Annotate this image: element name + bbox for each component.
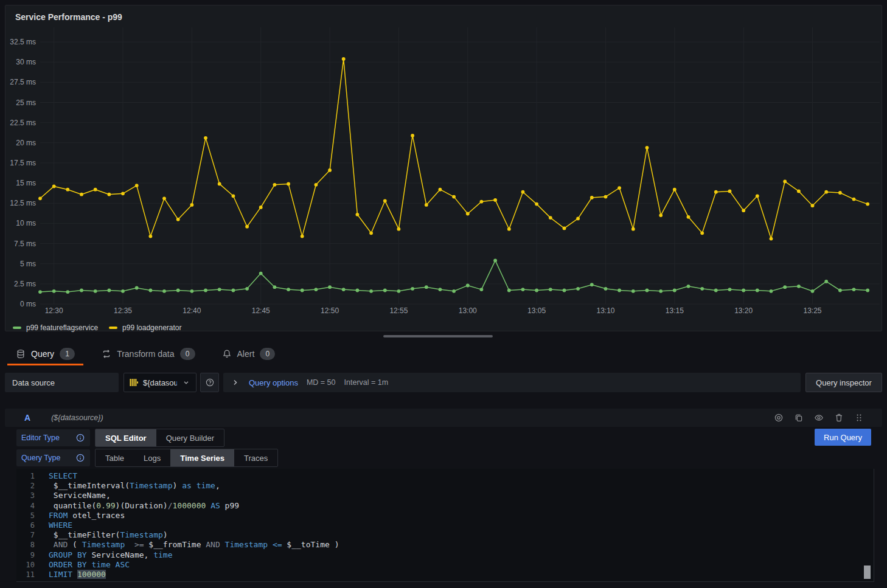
query-row-header: A (${datasource}) [5,409,882,427]
legend-item[interactable]: p99 loadgenerator [109,323,181,332]
code-line[interactable]: 7$__timeFilter(Timestamp) [16,530,874,540]
tab-alert[interactable]: Alert0 [214,344,284,365]
svg-text:12:55: 12:55 [389,306,408,315]
code-line[interactable]: 2$__timeInterval(Timestamp) as time, [16,481,874,491]
editor-type-option-query-builder[interactable]: Query Builder [156,429,224,446]
svg-text:12.5 ms: 12.5 ms [10,199,36,207]
svg-text:13:05: 13:05 [527,306,546,315]
svg-text:5 ms: 5 ms [20,260,36,268]
legend-item[interactable]: p99 featureflagservice [13,323,98,332]
tab-count-badge: 0 [180,348,195,360]
panel-title: Service Performance - p99 [15,12,122,22]
chevron-right-icon [231,378,240,387]
copy-icon[interactable] [794,413,804,423]
database-icon [16,349,26,359]
trash-icon[interactable] [834,413,844,423]
tab-label: Transform data [117,349,174,359]
svg-text:12:35: 12:35 [114,306,132,315]
svg-text:2.5 ms: 2.5 ms [14,280,36,288]
query-type-group: TableLogsTime SeriesTraces [95,449,278,467]
query-type-option-logs[interactable]: Logs [134,449,170,466]
code-line[interactable]: 1SELECT [16,471,874,481]
code-line[interactable]: 5FROM otel_traces [16,511,874,521]
code-line[interactable]: 6WHERE [16,521,874,530]
svg-text:13:10: 13:10 [596,306,614,315]
svg-text:15 ms: 15 ms [16,179,36,187]
sql-code-editor[interactable]: 1SELECT2$__timeInterval(Timestamp) as ti… [16,469,874,582]
eye-icon[interactable] [814,413,824,423]
info-circle-icon[interactable] [75,453,85,463]
editor-scrollbar-thumb[interactable] [864,566,871,579]
tab-query[interactable]: Query1 [7,344,83,365]
code-line[interactable]: 11LIMIT 100000 [16,570,874,579]
tab-count-badge: 1 [60,348,75,360]
line-number: 3 [16,491,35,500]
line-number: 5 [16,511,35,521]
query-type-option-time-series[interactable]: Time Series [170,449,234,466]
run-query-button[interactable]: Run Query [815,429,871,446]
info-circle-icon[interactable] [75,433,85,443]
query-ref-id[interactable]: A [24,413,30,423]
svg-text:0 ms: 0 ms [20,300,36,308]
line-number: 10 [16,560,35,570]
line-number: 8 [16,540,35,550]
query-datasource-hint: (${datasource}) [51,413,103,422]
svg-text:12:45: 12:45 [252,306,270,315]
svg-text:10 ms: 10 ms [16,219,36,227]
code-line[interactable]: 9GROUP BY ServiceName, time [16,550,874,560]
query-inspector-button[interactable]: Query inspector [805,373,882,392]
code-line[interactable]: 4quantile(0.99)(Duration)/1000000 AS p99 [16,501,874,511]
datasource-value: ${datasource} [143,378,177,387]
line-number: 6 [16,521,35,530]
svg-text:30 ms: 30 ms [16,58,36,66]
code-line[interactable]: 8AND ( Timestamp >= $__fromTime AND Time… [16,540,874,550]
svg-text:13:25: 13:25 [804,306,822,315]
line-number: 11 [16,570,35,579]
svg-text:13:15: 13:15 [666,306,684,315]
editor-type-row: Editor Type SQL EditorQuery Builder [16,429,224,447]
horizontal-scrollbar[interactable] [383,335,493,337]
timeseries-chart[interactable]: 0 ms2.5 ms5 ms7.5 ms10 ms12.5 ms15 ms17.… [5,5,883,332]
code-line[interactable]: 10ORDER BY time ASC [16,560,874,570]
transform-icon [102,349,111,359]
code-line[interactable]: 3ServiceName, [16,491,874,500]
query-type-chip: Query Type [16,449,90,466]
line-number: 7 [16,530,35,540]
editor-type-group: SQL EditorQuery Builder [95,429,224,447]
editor-type-chip: Editor Type [16,429,90,446]
svg-text:27.5 ms: 27.5 ms [10,78,36,86]
clickhouse-datasource-icon [129,378,139,387]
legend-series-label: p99 loadgenerator [122,323,181,332]
tab-count-badge: 0 [260,348,275,360]
line-number: 4 [16,501,35,511]
svg-text:13:00: 13:00 [459,306,477,315]
query-type-label: Query Type [21,454,75,462]
query-type-option-traces[interactable]: Traces [234,449,277,466]
tab-transform-data[interactable]: Transform data0 [93,344,203,365]
query-options-interval: Interval = 1m [344,378,389,387]
svg-text:32.5 ms: 32.5 ms [10,38,36,46]
query-type-row: Query Type TableLogsTime SeriesTraces [16,449,278,467]
editor-type-label: Editor Type [21,434,75,442]
tab-label: Alert [237,349,255,359]
chart-legend: p99 featureflagservicep99 loadgenerator [13,323,182,332]
svg-text:12:50: 12:50 [321,306,339,315]
datasource-help-button[interactable] [200,373,219,392]
editor-type-option-sql-editor[interactable]: SQL Editor [96,429,156,446]
svg-text:13:20: 13:20 [734,306,753,315]
legend-series-label: p99 featureflagservice [26,323,98,332]
svg-text:22.5 ms: 22.5 ms [10,119,36,127]
query-type-option-table[interactable]: Table [96,449,134,466]
drag-handle-icon[interactable] [854,413,864,423]
legend-series-swatch [109,327,117,329]
query-options-bar: Query options MD = 50 Interval = 1m [223,373,801,392]
tab-label: Query [31,349,54,359]
panel-editor-tabs: Query1Transform data0Alert0 [7,344,283,365]
line-number: 9 [16,550,35,560]
query-options-toggle[interactable]: Query options [249,378,298,387]
datasource-label: Data source [5,373,119,392]
datasource-picker[interactable]: ${datasource} [123,373,197,392]
svg-text:17.5 ms: 17.5 ms [10,159,36,167]
svg-text:25 ms: 25 ms [16,99,36,107]
record-icon[interactable] [774,413,784,423]
